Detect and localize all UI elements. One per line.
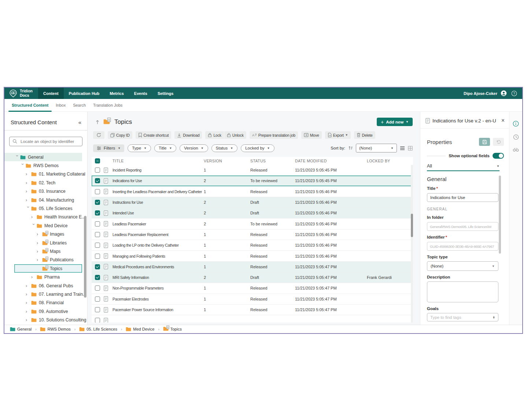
tab[interactable]: Structured Content — [8, 99, 52, 111]
export-button[interactable]: Export▼ — [325, 131, 351, 139]
column-title[interactable]: TITLE — [113, 159, 204, 163]
tree-item[interactable]: › Med Device — [4, 221, 82, 230]
chevron-icon[interactable]: › — [37, 240, 42, 246]
tree-item[interactable]: › 01. Marketing Collateral — [4, 170, 82, 178]
chevron-icon[interactable]: › — [26, 172, 31, 177]
help-icon[interactable]: ? — [511, 91, 517, 96]
nav-item[interactable]: Publication Hub — [64, 88, 105, 99]
tree-item[interactable]: › RWS Demos — [4, 161, 82, 170]
delete-button[interactable]: Delete — [354, 131, 375, 139]
row-checkbox[interactable] — [95, 285, 100, 291]
row-checkbox[interactable] — [95, 189, 100, 194]
collapse-sidebar-icon[interactable]: « — [78, 119, 81, 125]
tree-item[interactable]: › 05. Life Sciences — [4, 204, 82, 213]
title-field-input[interactable]: Indications for Use — [427, 193, 498, 202]
unlock-button[interactable]: Unlock — [224, 131, 246, 139]
table-row[interactable]: Leadless Pacemaker Replacement 1 Release… — [92, 229, 413, 240]
tree-item[interactable]: › 03. Insurance — [4, 187, 82, 196]
download-button[interactable]: Download — [174, 131, 202, 139]
tree-item[interactable]: › Maps — [4, 247, 82, 255]
breadcrumb-item[interactable]: Med Device — [124, 326, 156, 332]
filter-pill[interactable]: Locked by ▼ — [241, 144, 274, 152]
table-row-partial[interactable] — [92, 315, 413, 323]
chevron-icon[interactable]: › — [15, 155, 20, 161]
panel-scrollbar-thumb[interactable] — [499, 176, 501, 254]
nav-item[interactable]: Settings — [152, 88, 178, 99]
nav-item[interactable]: Content — [38, 88, 64, 99]
tree-item[interactable]: › Images — [4, 230, 82, 239]
table-row[interactable]: Incident Reporting 1 Released 11/21/2023… — [92, 165, 413, 176]
field-filter-select[interactable]: All ▼ — [427, 163, 500, 171]
tree-item[interactable]: › 02. Tech — [4, 178, 82, 187]
copy-id-button[interactable]: Copy ID — [108, 131, 132, 139]
prepare-translation-job-button[interactable]: APrepare translation job — [250, 131, 298, 139]
column-locked-by[interactable]: LOCKED BY — [367, 159, 413, 163]
chevron-icon[interactable]: › — [26, 292, 31, 297]
row-checkbox[interactable] — [95, 200, 100, 205]
chevron-icon[interactable]: › — [37, 257, 42, 262]
tab[interactable]: Translation Jobs — [89, 99, 126, 111]
table-scrollbar-track[interactable] — [411, 165, 413, 323]
table-row[interactable]: Medical Procedures and Environments 1 Re… — [92, 262, 413, 272]
row-checkbox[interactable] — [95, 254, 100, 259]
tab[interactable]: Inbox — [52, 99, 69, 111]
filter-pill[interactable]: Status ▼ — [211, 144, 238, 152]
locate-object-input[interactable] — [9, 137, 82, 146]
row-checkbox[interactable] — [95, 318, 100, 323]
move-button[interactable]: Move — [301, 131, 322, 139]
grid-view-icon[interactable] — [408, 146, 413, 151]
table-scrollbar-thumb[interactable] — [411, 214, 413, 237]
tree-item[interactable]: › 06. General Pubs — [4, 281, 82, 290]
chevron-icon[interactable]: › — [37, 249, 42, 254]
table-row[interactable]: Leadless Pacemaker 2 To be reviewed 11/2… — [92, 218, 413, 229]
table-row[interactable]: Instructions for Use 2 Draft 11/21/2023 … — [92, 197, 413, 208]
topic-type-select[interactable]: (None) ▼ — [427, 261, 498, 271]
chevron-icon[interactable]: › — [26, 283, 31, 288]
tree-item[interactable]: › 07. Learning and Train... — [4, 290, 82, 298]
chevron-icon[interactable]: › — [31, 214, 37, 220]
column-version[interactable]: VERSION — [204, 159, 250, 163]
chevron-icon[interactable]: › — [26, 198, 31, 203]
list-view-icon[interactable] — [400, 146, 405, 150]
breadcrumb-item[interactable]: RWS Demos — [38, 326, 72, 332]
row-checkbox[interactable] — [95, 178, 100, 183]
user-name[interactable]: Dipo Ajose-Coker — [464, 91, 497, 96]
chevron-icon[interactable]: › — [26, 189, 31, 194]
select-all-checkbox[interactable] — [95, 158, 100, 163]
tree-item[interactable]: › 09. Automotive — [4, 307, 82, 316]
sort-by-select[interactable]: (None) ▼ — [356, 144, 397, 152]
tree-item[interactable]: › Libraries — [4, 239, 82, 247]
undo-button[interactable] — [493, 138, 504, 146]
column-status[interactable]: STATUS — [250, 159, 295, 163]
chevron-icon[interactable]: › — [26, 317, 31, 323]
show-optional-fields-toggle[interactable] — [493, 153, 504, 159]
description-field-textarea[interactable] — [427, 281, 498, 302]
tree-item[interactable]: › General — [4, 153, 82, 161]
chevron-icon[interactable]: › — [31, 275, 37, 280]
tree-item[interactable]: › 04. Manufacturing — [4, 196, 82, 204]
table-row[interactable]: Pacemaker Electrodes 1 Released 11/21/20… — [92, 294, 413, 305]
row-checkbox[interactable] — [95, 210, 100, 215]
table-row[interactable]: Indications for Use 2 To be reviewed 11/… — [92, 176, 413, 186]
table-row[interactable]: Intended Use 2 Draft 11/21/2023 5:05:46 … — [92, 208, 413, 218]
row-checkbox[interactable] — [95, 221, 100, 226]
row-checkbox[interactable] — [95, 243, 100, 248]
nav-item[interactable]: Events — [129, 88, 152, 99]
row-checkbox[interactable] — [95, 275, 100, 280]
chevron-icon[interactable]: › — [26, 206, 31, 212]
chevron-icon[interactable]: › — [37, 232, 42, 237]
chevron-icon[interactable]: › — [26, 180, 31, 185]
tree-item[interactable]: › Publications — [4, 256, 82, 264]
table-row[interactable]: Managing and Following Patients 1 Releas… — [92, 251, 413, 261]
lock-button[interactable]: Lock — [205, 131, 224, 139]
refresh-button[interactable] — [93, 131, 104, 139]
row-checkbox[interactable] — [95, 296, 100, 302]
table-row[interactable]: Loading the LP onto the Delivery Cathete… — [92, 240, 413, 251]
info-icon[interactable] — [513, 121, 519, 127]
table-row[interactable]: MRI Safety Information 2 Draft 11/21/202… — [92, 272, 413, 283]
filter-pill[interactable]: Version ▼ — [180, 144, 208, 152]
row-checkbox[interactable] — [95, 307, 100, 312]
up-level-icon[interactable] — [95, 119, 100, 125]
goals-field-input[interactable]: Type to find tags ▲▼ — [427, 313, 498, 321]
save-button[interactable] — [479, 138, 490, 146]
